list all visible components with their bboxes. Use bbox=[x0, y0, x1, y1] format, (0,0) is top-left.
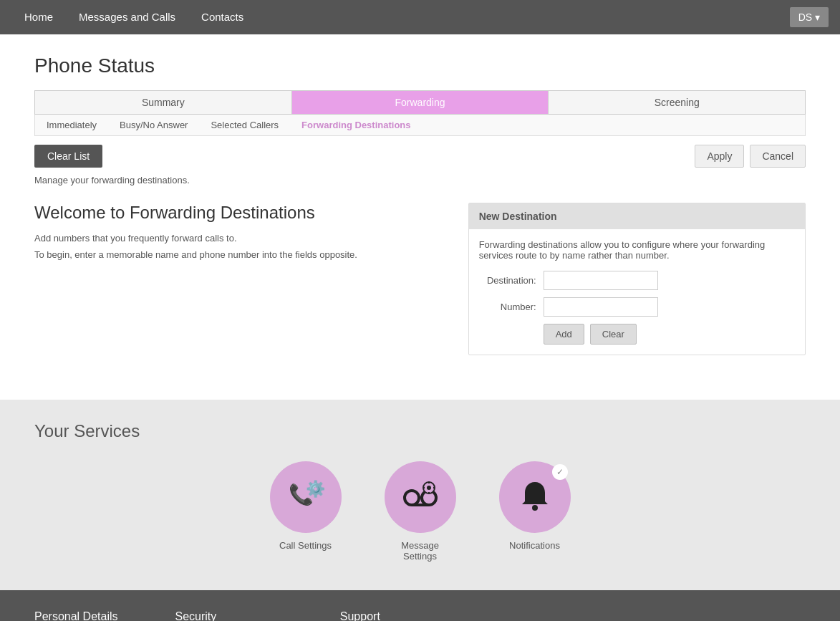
new-dest-header: New Destination bbox=[469, 203, 805, 229]
page-title: Phone Status bbox=[34, 54, 806, 77]
service-notifications[interactable]: ✓ Notifications bbox=[499, 461, 571, 562]
user-button[interactable]: DS ▾ bbox=[790, 7, 829, 27]
call-settings-svg: 📞 ⚙️ bbox=[286, 474, 326, 514]
check-badge: ✓ bbox=[552, 464, 568, 480]
toolbar-right: Apply Cancel bbox=[695, 145, 806, 168]
call-settings-circle: 📞 ⚙️ bbox=[270, 461, 342, 533]
call-settings-label: Call Settings bbox=[279, 540, 332, 551]
message-settings-label: MessageSettings bbox=[401, 540, 439, 562]
welcome-section: Welcome to Forwarding Destinations Add n… bbox=[34, 203, 440, 355]
number-label: Number: bbox=[479, 302, 544, 312]
tab-screening[interactable]: Screening bbox=[549, 91, 805, 114]
your-services-section: Your Services 📞 ⚙️ Call Settings bbox=[0, 400, 840, 590]
svg-text:⚙️: ⚙️ bbox=[306, 479, 326, 499]
nav-contacts[interactable]: Contacts bbox=[188, 0, 256, 34]
new-dest-description: Forwarding destinations allow you to con… bbox=[479, 239, 795, 261]
subtab-selected-callers[interactable]: Selected Callers bbox=[199, 115, 290, 135]
number-input[interactable] bbox=[544, 297, 658, 317]
navbar: Home Messages and Calls Contacts DS ▾ bbox=[0, 0, 840, 34]
your-services-heading: Your Services bbox=[34, 421, 806, 441]
form-actions: Add Clear bbox=[479, 324, 795, 345]
destination-input[interactable] bbox=[544, 271, 658, 290]
footer-personal-details: Personal Details (edit) Devices bbox=[34, 610, 118, 621]
service-call-settings[interactable]: 📞 ⚙️ Call Settings bbox=[270, 461, 342, 562]
clear-button[interactable]: Clear bbox=[590, 324, 637, 345]
clear-list-button[interactable]: Clear List bbox=[34, 145, 102, 168]
tab-forwarding[interactable]: Forwarding bbox=[292, 91, 549, 114]
apply-button[interactable]: Apply bbox=[695, 145, 744, 168]
message-settings-circle bbox=[385, 461, 456, 533]
message-settings-svg bbox=[400, 476, 440, 516]
number-row: Number: bbox=[479, 297, 795, 317]
welcome-line2: To begin, enter a memorable name and pho… bbox=[34, 249, 440, 260]
service-message-settings[interactable]: MessageSettings bbox=[385, 461, 456, 562]
welcome-line1: Add numbers that you frequently forward … bbox=[34, 233, 440, 244]
svg-point-6 bbox=[427, 486, 431, 490]
notifications-circle: ✓ bbox=[499, 461, 571, 533]
footer-security: Security Change Password Change Call Ser… bbox=[175, 610, 283, 621]
subtab-immediately[interactable]: Immediately bbox=[35, 115, 108, 135]
main-content: Phone Status Summary Forwarding Screenin… bbox=[0, 34, 840, 400]
cancel-button[interactable]: Cancel bbox=[750, 145, 806, 168]
manage-text: Manage your forwarding destinations. bbox=[34, 175, 806, 186]
security-heading: Security bbox=[175, 610, 283, 621]
nav-messages[interactable]: Messages and Calls bbox=[66, 0, 188, 34]
content-grid: Welcome to Forwarding Destinations Add n… bbox=[34, 203, 806, 355]
destination-row: Destination: bbox=[479, 271, 795, 290]
services-grid: 📞 ⚙️ Call Settings bbox=[34, 461, 806, 562]
welcome-heading: Welcome to Forwarding Destinations bbox=[34, 203, 440, 223]
notifications-svg bbox=[517, 478, 553, 514]
add-button[interactable]: Add bbox=[544, 324, 584, 345]
subtab-busy-no-answer[interactable]: Busy/No Answer bbox=[108, 115, 199, 135]
footer-support: Support Help Send Feedback bbox=[340, 610, 405, 621]
new-destination-panel: New Destination Forwarding destinations … bbox=[468, 203, 806, 355]
svg-point-2 bbox=[405, 491, 419, 505]
personal-details-heading: Personal Details bbox=[34, 610, 118, 621]
user-menu: DS ▾ bbox=[790, 7, 829, 27]
nav-home[interactable]: Home bbox=[11, 0, 66, 34]
footer: Personal Details (edit) Devices Security… bbox=[0, 590, 840, 621]
new-dest-card: New Destination Forwarding destinations … bbox=[468, 203, 806, 355]
tab-summary[interactable]: Summary bbox=[35, 91, 292, 114]
call-settings-icon: 📞 ⚙️ bbox=[286, 474, 326, 521]
subtab-forwarding-destinations[interactable]: Forwarding Destinations bbox=[290, 115, 422, 135]
new-dest-body: Forwarding destinations allow you to con… bbox=[469, 229, 805, 355]
tabs-row: Summary Forwarding Screening bbox=[34, 90, 806, 115]
toolbar: Clear List Apply Cancel bbox=[34, 145, 806, 168]
support-heading: Support bbox=[340, 610, 405, 621]
destination-label: Destination: bbox=[479, 275, 544, 286]
message-settings-icon bbox=[400, 476, 440, 519]
notifications-label: Notifications bbox=[509, 540, 560, 551]
subtabs-row: Immediately Busy/No Answer Selected Call… bbox=[34, 115, 806, 136]
notifications-icon bbox=[517, 478, 553, 516]
svg-point-11 bbox=[532, 505, 538, 511]
